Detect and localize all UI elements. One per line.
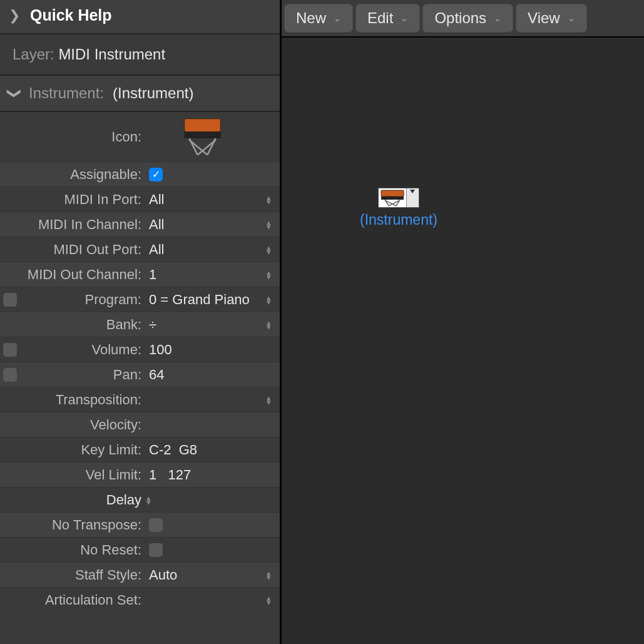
program-checkbox[interactable]: [3, 293, 17, 307]
prop-staff-style: Staff Style: Auto ▴▾: [0, 563, 280, 588]
bank-label: Bank:: [20, 317, 145, 333]
no-reset-label: No Reset:: [20, 542, 145, 558]
properties-list: Icon: Assignable: ✓: [0, 112, 280, 644]
staff-style-value[interactable]: Auto: [145, 567, 257, 583]
stepper-icon[interactable]: ▴▾: [267, 220, 271, 229]
prop-midi-out-port: MIDI Out Port: All ▴▾: [0, 237, 280, 262]
svg-rect-0: [185, 119, 221, 132]
prop-key-limit: Key Limit: C-2 G8: [0, 437, 280, 463]
instrument-node-label[interactable]: (Instrument): [360, 212, 437, 228]
node-output-port[interactable]: [406, 188, 419, 207]
prop-bank: Bank: ÷ ▴▾: [0, 312, 280, 337]
assignable-label: Assignable:: [20, 166, 145, 183]
bank-value[interactable]: ÷: [145, 317, 257, 333]
inspector-panel: ❯ Quick Help Layer: MIDI Instrument ❯ In…: [0, 0, 282, 644]
quick-help-header[interactable]: ❯ Quick Help: [0, 0, 280, 34]
vel-limit-label: Vel Limit:: [20, 467, 145, 483]
prop-no-reset: No Reset:: [0, 538, 280, 563]
midi-out-channel-value[interactable]: 1: [145, 267, 257, 283]
stepper-icon[interactable]: ▴▾: [267, 320, 271, 329]
instrument-node[interactable]: (Instrument): [360, 188, 437, 228]
stepper-icon[interactable]: ▴▾: [267, 245, 271, 254]
prop-midi-out-channel: MIDI Out Channel: 1 ▴▾: [0, 262, 280, 287]
prop-midi-in-port: MIDI In Port: All ▴▾: [0, 187, 280, 212]
pan-checkbox[interactable]: [3, 368, 17, 382]
volume-label: Volume:: [20, 342, 145, 358]
key-limit-label: Key Limit:: [20, 442, 145, 458]
chevron-down-icon: ❯: [6, 88, 23, 99]
instrument-label: Instrument:: [29, 84, 104, 102]
edit-menu-button[interactable]: Edit ⌄: [355, 4, 420, 33]
synth-keyboard-icon: [379, 188, 406, 207]
prop-assignable: Assignable: ✓: [0, 162, 280, 187]
prop-volume: Volume: 100: [0, 337, 280, 362]
stepper-icon[interactable]: ▴▾: [267, 596, 271, 605]
layer-label: Layer:: [13, 46, 54, 63]
quick-help-title: Quick Help: [30, 6, 112, 24]
chevron-down-icon: ⌄: [334, 13, 341, 23]
stepper-icon[interactable]: ▴▾: [267, 295, 271, 304]
view-menu-button[interactable]: View ⌄: [516, 4, 587, 33]
svg-rect-1: [185, 132, 221, 139]
chevron-down-icon: ⌄: [401, 13, 408, 23]
prop-no-transpose: No Transpose:: [0, 513, 280, 538]
prop-velocity: Velocity:: [0, 412, 280, 437]
layer-row[interactable]: Layer: MIDI Instrument: [0, 34, 280, 76]
svg-rect-6: [381, 190, 404, 197]
velocity-label: Velocity:: [20, 417, 145, 433]
prop-transposition: Transposition: ▴▾: [0, 387, 280, 412]
stepper-icon[interactable]: ▴▾: [267, 270, 271, 279]
new-menu-button[interactable]: New ⌄: [284, 4, 353, 33]
program-label: Program:: [20, 292, 145, 308]
svg-line-4: [198, 140, 216, 155]
volume-checkbox[interactable]: [3, 343, 17, 357]
midi-out-channel-label: MIDI Out Channel:: [20, 267, 145, 283]
layer-value: MIDI Instrument: [58, 46, 165, 63]
prop-delay: Delay ▴▾: [0, 488, 280, 513]
instrument-node-box[interactable]: [378, 188, 419, 208]
prop-icon-label: Icon:: [20, 129, 145, 145]
midi-in-channel-value[interactable]: All: [145, 217, 257, 233]
no-transpose-checkbox[interactable]: [149, 518, 163, 532]
stepper-icon[interactable]: ▴▾: [267, 396, 271, 404]
articulation-set-label: Articulation Set:: [20, 592, 145, 608]
prop-articulation-set: Articulation Set: ▴▾: [0, 588, 280, 613]
svg-line-5: [189, 140, 207, 155]
midi-in-port-value[interactable]: All: [145, 192, 257, 208]
instrument-value: (Instrument): [113, 84, 193, 102]
view-label: View: [528, 9, 560, 27]
environment-toolbar: New ⌄ Edit ⌄ Options ⌄ View ⌄: [282, 0, 644, 38]
prop-icon: Icon:: [0, 112, 280, 162]
instrument-header[interactable]: ❯ Instrument: (Instrument): [0, 76, 280, 112]
stepper-icon[interactable]: ▴▾: [267, 571, 271, 580]
chevron-down-icon: ⌄: [494, 13, 501, 23]
stepper-icon[interactable]: ▴▾: [146, 496, 151, 504]
prop-program: Program: 0 = Grand Piano ▴▾: [0, 287, 280, 312]
pan-label: Pan:: [20, 367, 145, 383]
midi-out-port-label: MIDI Out Port:: [20, 242, 145, 258]
edit-label: Edit: [367, 9, 393, 27]
staff-style-label: Staff Style:: [20, 567, 145, 583]
options-menu-button[interactable]: Options ⌄: [422, 4, 513, 33]
midi-in-port-label: MIDI In Port:: [20, 192, 145, 208]
synth-keyboard-icon: [148, 112, 257, 161]
midi-out-port-value[interactable]: All: [145, 242, 257, 258]
prop-pan: Pan: 64: [0, 362, 280, 387]
midi-in-channel-label: MIDI In Channel:: [20, 217, 145, 233]
svg-rect-7: [381, 197, 404, 200]
vel-limit-value[interactable]: 1 127: [145, 467, 257, 483]
chevron-down-icon: ⌄: [568, 13, 575, 23]
prop-vel-limit: Vel Limit: 1 127: [0, 463, 280, 488]
no-reset-checkbox[interactable]: [149, 543, 163, 557]
environment-canvas[interactable]: (Instrument): [282, 38, 644, 644]
delay-label[interactable]: Delay: [20, 492, 145, 508]
program-value[interactable]: 0 = Grand Piano: [145, 292, 257, 308]
icon-picker[interactable]: [145, 112, 257, 161]
volume-value[interactable]: 100: [145, 342, 257, 358]
prop-midi-in-channel: MIDI In Channel: All ▴▾: [0, 212, 280, 237]
pan-value[interactable]: 64: [145, 367, 257, 383]
stepper-icon[interactable]: ▴▾: [267, 195, 271, 204]
transposition-label: Transposition:: [20, 392, 145, 408]
assignable-checkbox[interactable]: ✓: [149, 168, 163, 181]
key-limit-value[interactable]: C-2 G8: [145, 442, 257, 458]
